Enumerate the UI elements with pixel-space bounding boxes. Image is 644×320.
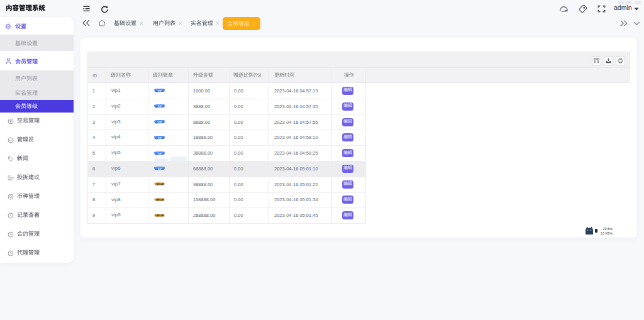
svg-text:VIP: VIP xyxy=(158,167,162,170)
svg-text:VIP: VIP xyxy=(158,214,162,216)
svg-text:VIP: VIP xyxy=(158,152,162,155)
svg-text:VIP: VIP xyxy=(158,89,162,92)
svg-text:VIP: VIP xyxy=(158,183,162,185)
svg-text:VIP: VIP xyxy=(158,105,162,108)
svg-text:VIP: VIP xyxy=(158,120,162,123)
svg-text:VIP: VIP xyxy=(158,199,162,201)
svg-text:VIP: VIP xyxy=(158,136,162,139)
